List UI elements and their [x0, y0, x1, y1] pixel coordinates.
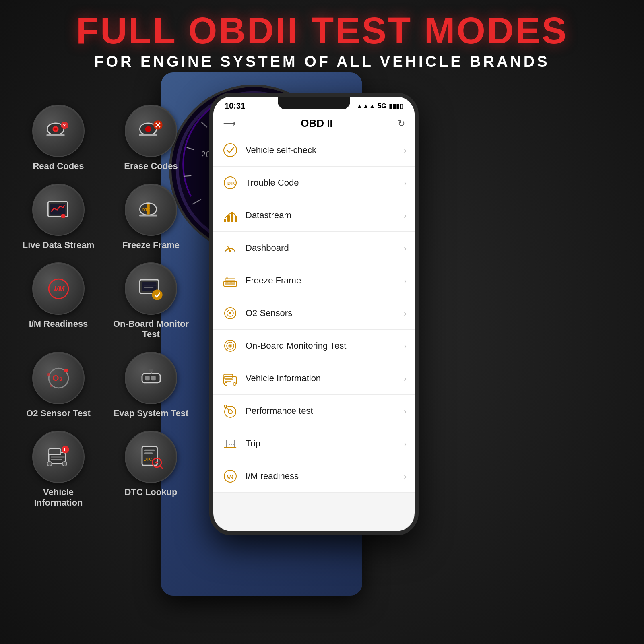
trip-icon	[221, 435, 239, 452]
trip-chevron: ›	[404, 439, 407, 448]
o2-sensors-chevron: ›	[404, 309, 407, 318]
vehicle-info-label: Vehicle Information	[20, 487, 97, 508]
svg-text:DTC: DTC	[143, 457, 152, 461]
menu-item-datastream[interactable]: Datastream ›	[213, 199, 415, 232]
menu-list: Vehicle self-check › DTC Trouble Code ›	[213, 134, 415, 493]
svg-rect-15	[62, 215, 64, 217]
phone: 10:31 ▲▲▲ 5G ▮▮▮▯ ⟵ OBD II ↻	[209, 93, 419, 535]
dtc-lookup-label: DTC Lookup	[125, 487, 178, 497]
ob-monitoring-icon	[221, 337, 239, 355]
svg-rect-23	[142, 282, 157, 291]
svg-text:I/M: I/M	[54, 285, 64, 293]
o2-sensor-label: O2 Sensor Test	[26, 408, 91, 419]
performance-label: Performance test	[246, 406, 397, 416]
im-readiness-menu-label: I/M readiness	[246, 471, 397, 481]
menu-item-im-readiness[interactable]: I/M I/M readiness ›	[213, 460, 415, 493]
im-readiness-label: I/M Readiness	[29, 319, 88, 329]
feature-freeze-frame: DTC Freeze Frame	[113, 184, 189, 250]
svg-rect-46	[144, 449, 155, 451]
feature-evap-system: Evap System Test	[113, 352, 189, 419]
freeze-frame-menu-label: Freeze Frame	[246, 275, 397, 286]
battery-icon: ▮▮▮▯	[389, 102, 403, 110]
svg-text:?: ?	[62, 123, 65, 128]
freeze-frame-menu-icon	[221, 272, 239, 289]
svg-rect-108	[233, 282, 235, 285]
vehicle-info-circle: i	[32, 431, 85, 483]
menu-item-trip[interactable]: Trip ›	[213, 427, 415, 460]
ob-monitor-icon	[136, 274, 166, 304]
freeze-frame-icon: DTC	[136, 195, 166, 225]
feature-live-data: Live Data Stream	[20, 184, 97, 250]
feature-ob-monitor: On-Board Monitor Test	[113, 262, 189, 340]
main-title: FULL OBDII TEST MODES	[0, 12, 644, 49]
datastream-label: Datastream	[246, 210, 397, 221]
svg-rect-45	[142, 446, 157, 465]
ob-monitor-circle	[125, 262, 177, 315]
live-data-circle	[32, 184, 85, 236]
read-codes-icon: ?	[43, 116, 74, 146]
svg-point-94	[224, 144, 237, 157]
svg-rect-36	[149, 369, 153, 372]
trip-label: Trip	[246, 438, 397, 449]
svg-rect-97	[224, 219, 226, 222]
svg-point-117	[229, 345, 231, 347]
menu-item-dashboard[interactable]: Dashboard ›	[213, 232, 415, 264]
svg-line-50	[160, 466, 163, 469]
self-check-chevron: ›	[404, 146, 407, 155]
trouble-code-icon: DTC	[221, 174, 239, 192]
menu-item-performance[interactable]: Performance test ›	[213, 395, 415, 427]
menu-item-trouble-code[interactable]: DTC Trouble Code ›	[213, 167, 415, 199]
dtc-lookup-circle: DTC	[125, 431, 177, 483]
phone-header[interactable]: ⟵ OBD II ↻	[213, 113, 415, 134]
back-button[interactable]: ⟵	[223, 118, 236, 129]
trouble-code-label: Trouble Code	[246, 178, 397, 188]
screen-title: OBD II	[236, 117, 398, 130]
svg-rect-100	[235, 216, 237, 222]
feature-im-readiness: I/M I/M Readiness	[20, 262, 97, 340]
svg-rect-3	[46, 134, 64, 136]
svg-rect-8	[139, 134, 157, 136]
feature-vehicle-info: i Vehicle Information	[20, 431, 97, 508]
status-time: 10:31	[225, 101, 245, 111]
svg-point-127	[224, 405, 227, 407]
svg-point-43	[62, 446, 69, 453]
svg-text:i: i	[64, 446, 65, 452]
o2-sensors-label: O2 Sensors	[246, 308, 397, 318]
self-check-icon	[221, 141, 239, 159]
svg-text:DTC: DTC	[142, 208, 150, 212]
header-section: FULL OBDII TEST MODES FOR ENGINE SYSTEM …	[0, 12, 644, 70]
svg-point-29	[64, 369, 68, 372]
svg-text:O₂: O₂	[52, 373, 62, 382]
o2-sensor-icon: O₂	[43, 363, 74, 393]
menu-item-freeze-frame[interactable]: Freeze Frame ›	[213, 264, 415, 297]
svg-point-26	[152, 289, 162, 300]
svg-point-124	[225, 406, 236, 417]
svg-rect-38	[49, 448, 61, 454]
refresh-button[interactable]: ↻	[398, 118, 405, 129]
ob-monitoring-label: On-Board Monitoring Test	[246, 341, 397, 351]
dashboard-chevron: ›	[404, 244, 407, 253]
menu-item-self-check[interactable]: Vehicle self-check ›	[213, 134, 415, 167]
features-grid: ? Read Codes Erase Codes	[20, 105, 189, 508]
menu-item-ob-monitoring[interactable]: On-Board Monitoring Test ›	[213, 330, 415, 362]
dashboard-label: Dashboard	[246, 243, 397, 253]
feature-dtc-lookup: DTC DTC Lookup	[113, 431, 189, 508]
svg-rect-110	[226, 277, 228, 279]
menu-item-vehicle-info[interactable]: Vehicle Information ›	[213, 362, 415, 395]
evap-system-label: Evap System Test	[114, 408, 189, 419]
erase-codes-label: Erase Codes	[124, 161, 178, 171]
svg-rect-47	[144, 452, 153, 454]
dashboard-icon	[221, 239, 239, 257]
feature-erase-codes: Erase Codes	[113, 105, 189, 171]
trouble-code-chevron: ›	[404, 178, 407, 188]
im-readiness-circle: I/M	[32, 262, 85, 315]
o2-sensor-circle: O₂	[32, 352, 85, 404]
feature-o2-sensor: O₂ O2 Sensor Test	[20, 352, 97, 419]
svg-point-42	[62, 461, 66, 466]
menu-item-o2-sensors[interactable]: O2 Sensors ›	[213, 297, 415, 330]
svg-rect-99	[231, 213, 233, 222]
o2-sensors-icon	[221, 304, 239, 322]
live-data-icon	[43, 195, 74, 225]
svg-text:I/M: I/M	[227, 474, 234, 480]
signal-icon: ▲▲▲	[356, 103, 376, 110]
